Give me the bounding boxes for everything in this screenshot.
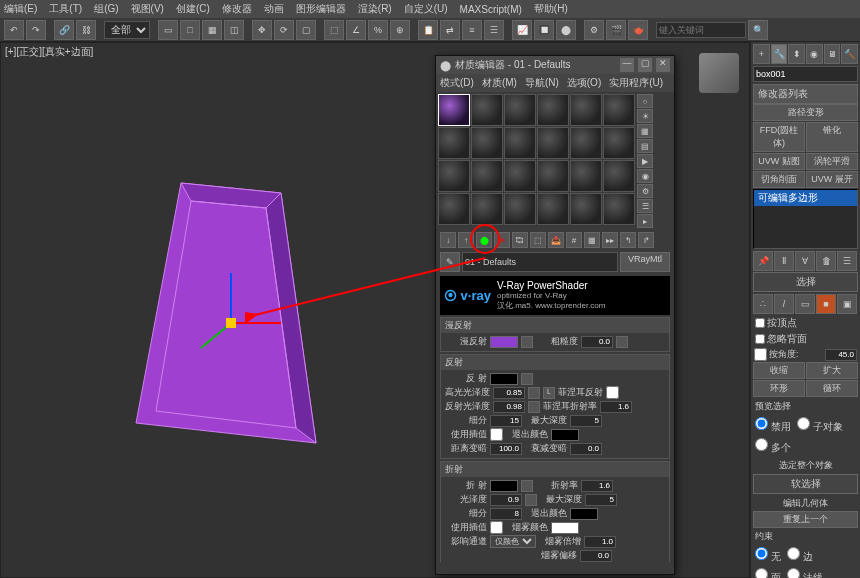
constrain-face[interactable]: 面 xyxy=(755,568,781,578)
preview-multi[interactable]: 多个 xyxy=(755,438,791,455)
select-by-mat-button[interactable]: ☰ xyxy=(637,199,653,213)
tab-create[interactable]: + xyxy=(753,44,770,64)
material-map-button[interactable]: ▸ xyxy=(637,214,653,228)
selection-rollout[interactable]: 选择 xyxy=(753,272,858,292)
refract-swatch[interactable] xyxy=(490,480,518,492)
make-unique-button[interactable]: ⬚ xyxy=(530,232,546,248)
material-name-input[interactable] xyxy=(462,252,618,272)
modifier-stack[interactable]: 可编辑多边形 xyxy=(753,189,858,249)
move-button[interactable]: ✥ xyxy=(252,20,272,40)
subobj-polygon[interactable]: ■ xyxy=(816,294,836,314)
subobj-border[interactable]: ▭ xyxy=(795,294,815,314)
material-slot[interactable] xyxy=(603,160,635,192)
material-slot[interactable] xyxy=(438,160,470,192)
stack-item-editpoly[interactable]: 可编辑多边形 xyxy=(754,190,857,206)
mesh-prism[interactable] xyxy=(121,173,341,493)
btn-ffd[interactable]: FFD(圆柱体) xyxy=(753,122,805,152)
menu-modifier[interactable]: 修改器 xyxy=(222,2,252,16)
reflect-swatch[interactable] xyxy=(490,373,518,385)
put-to-scene-button[interactable]: ↑ xyxy=(458,232,474,248)
btn-pathdeform[interactable]: 路径变形 xyxy=(753,104,858,121)
pick-material-button[interactable]: ✎ xyxy=(440,252,460,272)
menu-group[interactable]: 组(G) xyxy=(94,2,118,16)
close-button[interactable]: ✕ xyxy=(656,58,670,72)
hilight-map-button[interactable] xyxy=(528,387,540,399)
diffuse-swatch[interactable] xyxy=(490,336,518,348)
assign-to-selection-button[interactable]: ⬤ xyxy=(476,232,492,248)
preview-button[interactable]: ◉ xyxy=(637,169,653,183)
unique-button[interactable]: ∀ xyxy=(795,251,815,271)
material-slot[interactable] xyxy=(504,160,536,192)
search-input[interactable] xyxy=(656,22,746,38)
material-slot[interactable] xyxy=(471,94,503,126)
scale-button[interactable]: ▢ xyxy=(296,20,316,40)
material-editor-button[interactable]: ⬤ xyxy=(556,20,576,40)
render-frame-button[interactable]: 🎬 xyxy=(606,20,626,40)
dim-fall-spinner[interactable] xyxy=(570,443,602,455)
constrain-edge[interactable]: 边 xyxy=(787,547,813,564)
shader-type-button[interactable]: VRayMtl xyxy=(620,252,670,272)
material-slot[interactable] xyxy=(603,127,635,159)
me-menu-util[interactable]: 实用程序(U) xyxy=(609,76,663,90)
refl-interp-check[interactable] xyxy=(490,428,503,441)
material-slot[interactable] xyxy=(570,160,602,192)
tab-utilities[interactable]: 🔨 xyxy=(841,44,858,64)
get-material-button[interactable]: ↓ xyxy=(440,232,456,248)
ior-spinner[interactable] xyxy=(581,480,613,492)
select-button[interactable]: ▭ xyxy=(158,20,178,40)
go-parent-button[interactable]: ↰ xyxy=(620,232,636,248)
material-slot[interactable] xyxy=(603,193,635,225)
fog-color-swatch[interactable] xyxy=(551,522,579,534)
refl-gloss-map-button[interactable] xyxy=(528,401,540,413)
link-button[interactable]: 🔗 xyxy=(54,20,74,40)
pin-stack-button[interactable]: 📌 xyxy=(753,251,773,271)
material-slot[interactable] xyxy=(537,160,569,192)
put-to-lib-button[interactable]: 📥 xyxy=(548,232,564,248)
roughness-map-button[interactable] xyxy=(616,336,628,348)
go-sibling-button[interactable]: ↱ xyxy=(638,232,654,248)
menu-maxscript[interactable]: MAXScript(M) xyxy=(460,4,522,15)
softsel-rollout[interactable]: 软选择 xyxy=(753,474,858,494)
tab-display[interactable]: 🖥 xyxy=(824,44,841,64)
sample-uv-button[interactable]: ▤ xyxy=(637,139,653,153)
maximize-button[interactable]: ▢ xyxy=(638,58,652,72)
material-slot[interactable] xyxy=(537,127,569,159)
refr-exit-swatch[interactable] xyxy=(570,508,598,520)
material-slot[interactable] xyxy=(537,94,569,126)
menu-help[interactable]: 帮助(H) xyxy=(534,2,568,16)
selection-filter[interactable]: 全部 xyxy=(104,21,150,39)
menu-create[interactable]: 创建(C) xyxy=(176,2,210,16)
config-button[interactable]: ☰ xyxy=(837,251,857,271)
mirror-button[interactable]: ⇄ xyxy=(440,20,460,40)
object-name-input[interactable] xyxy=(753,66,858,82)
subobj-vertex[interactable]: ∴ xyxy=(753,294,773,314)
by-vertex-check[interactable] xyxy=(755,318,765,328)
schematic-button[interactable]: 🔲 xyxy=(534,20,554,40)
repeat-button[interactable]: 重复上一个 xyxy=(753,511,858,528)
material-slot-1[interactable] xyxy=(438,94,470,126)
render-setup-button[interactable]: ⚙ xyxy=(584,20,604,40)
menu-view[interactable]: 视图(V) xyxy=(131,2,164,16)
snap-spinner-button[interactable]: ⊕ xyxy=(390,20,410,40)
menu-render[interactable]: 渲染(R) xyxy=(358,2,392,16)
show-map-button[interactable]: ▦ xyxy=(584,232,600,248)
me-menu-material[interactable]: 材质(M) xyxy=(482,76,517,90)
material-slot[interactable] xyxy=(504,94,536,126)
btn-turbosmooth[interactable]: 涡轮平滑 xyxy=(806,153,858,170)
me-menu-mode[interactable]: 模式(D) xyxy=(440,76,474,90)
hilight-lock-button[interactable]: L xyxy=(543,387,555,399)
material-slot[interactable] xyxy=(438,193,470,225)
fog-bias-spinner[interactable] xyxy=(580,550,612,562)
ring-button[interactable]: 环形 xyxy=(753,380,805,397)
remove-mod-button[interactable]: 🗑 xyxy=(816,251,836,271)
grow-button[interactable]: 扩大 xyxy=(806,362,858,379)
refract-map-button[interactable] xyxy=(521,480,533,492)
material-slot[interactable] xyxy=(570,193,602,225)
undo-button[interactable]: ↶ xyxy=(4,20,24,40)
snap-percent-button[interactable]: % xyxy=(368,20,388,40)
subobj-edge[interactable]: / xyxy=(774,294,794,314)
diffuse-rollout[interactable]: 漫反射 xyxy=(441,318,669,333)
me-menu-options[interactable]: 选项(O) xyxy=(567,76,601,90)
btn-uvwmap[interactable]: UVW 贴图 xyxy=(753,153,805,170)
material-slot[interactable] xyxy=(504,193,536,225)
